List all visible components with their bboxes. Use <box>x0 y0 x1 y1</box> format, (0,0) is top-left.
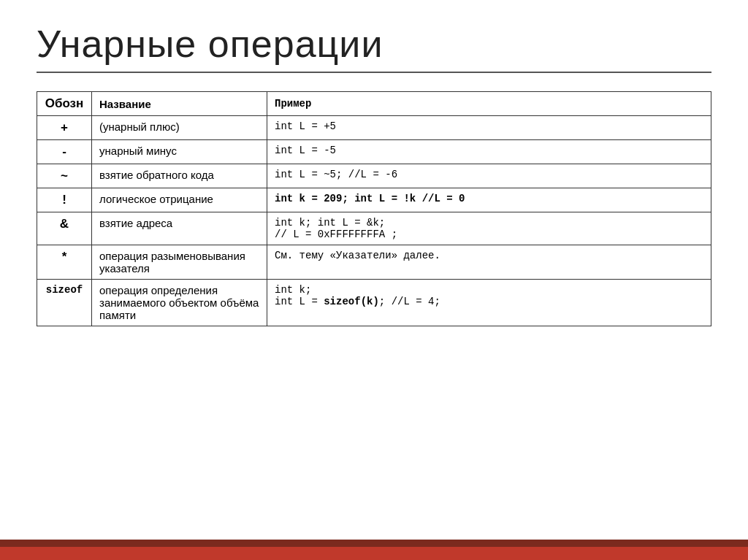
table-row: ~ взятие обратного кода int L = ~5; //L … <box>37 164 711 188</box>
title-section: Унарные операции <box>37 22 711 84</box>
symbol-cell: * <box>37 245 92 280</box>
symbol-cell: & <box>37 212 92 245</box>
name-cell: унарный минус <box>92 140 267 164</box>
slide: Унарные операции Обозн Название Пример +… <box>0 0 748 560</box>
operations-table: Обозн Название Пример + (унарный плюс) i… <box>37 91 711 326</box>
sizeof-bold: sizeof(k) <box>324 296 379 307</box>
table-header-row: Обозн Название Пример <box>37 92 711 116</box>
symbol-cell: ! <box>37 188 92 212</box>
example-text-line1: int k; <box>275 284 311 296</box>
example-cell: int k = 209; int L = !k //L = 0 <box>267 188 711 212</box>
table-row: & взятие адреса int k; int L = &k;// L =… <box>37 212 711 245</box>
example-text: int L = +5 <box>275 120 336 132</box>
name-cell: операция определения занимаемого объекто… <box>92 280 267 326</box>
header-example: Пример <box>267 92 711 116</box>
example-text-line2-end: ; //L = 4; <box>379 296 440 307</box>
name-cell: взятие обратного кода <box>92 164 267 188</box>
table-row: * операция разыменовывания указателя См.… <box>37 245 711 280</box>
symbol-cell: ~ <box>37 164 92 188</box>
example-cell: int k; int L = sizeof(k); //L = 4; <box>267 280 711 326</box>
page-title: Унарные операции <box>37 22 711 66</box>
table-row: ! логическое отрицание int k = 209; int … <box>37 188 711 212</box>
name-cell: операция разыменовывания указателя <box>92 245 267 280</box>
table-row: sizeof операция определения занимаемого … <box>37 280 711 326</box>
example-cell: int k; int L = &k;// L = 0xFFFFFFFFA ; <box>267 212 711 245</box>
example-text: int L = -5 <box>275 145 336 156</box>
example-text-line2: int L = <box>275 296 324 307</box>
table-row: - унарный минус int L = -5 <box>37 140 711 164</box>
example-cell: int L = +5 <box>267 116 711 140</box>
example-text: int L = ~5; //L = -6 <box>275 169 397 180</box>
bottom-bar <box>0 547 748 560</box>
header-symbol: Обозн <box>37 92 92 116</box>
table-row: + (унарный плюс) int L = +5 <box>37 116 711 140</box>
example-cell: int L = -5 <box>267 140 711 164</box>
example-cell: int L = ~5; //L = -6 <box>267 164 711 188</box>
header-name: Название <box>92 92 267 116</box>
symbol-cell: - <box>37 140 92 164</box>
bottom-bar-dark <box>0 540 748 547</box>
example-text: int k = 209; int L = !k //L = 0 <box>275 193 465 204</box>
title-underline <box>37 72 711 73</box>
symbol-cell: + <box>37 116 92 140</box>
name-cell: (унарный плюс) <box>92 116 267 140</box>
name-cell: взятие адреса <box>92 212 267 245</box>
example-cell: См. тему «Указатели» далее. <box>267 245 711 280</box>
example-text-line1: int k; int L = &k;// L = 0xFFFFFFFFA ; <box>275 217 397 240</box>
name-cell: логическое отрицание <box>92 188 267 212</box>
symbol-cell: sizeof <box>37 280 92 326</box>
example-text: См. тему «Указатели» далее. <box>275 250 440 261</box>
